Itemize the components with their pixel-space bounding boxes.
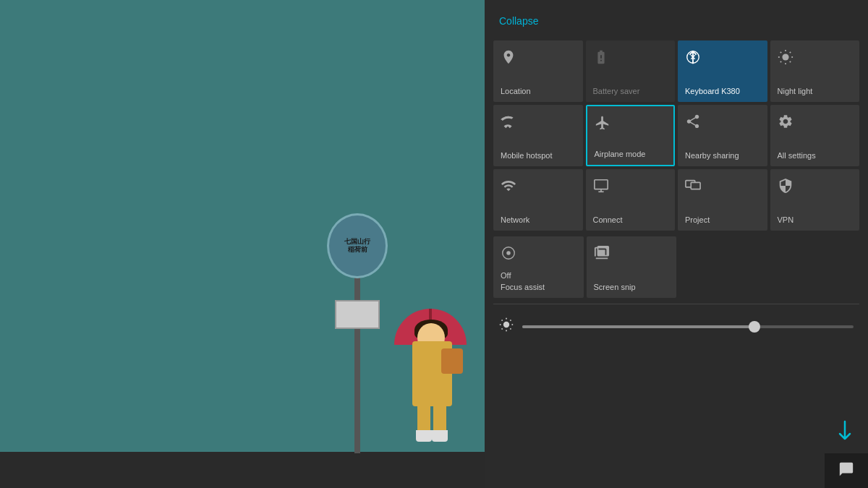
tile-mobile-hotspot[interactable]: Mobile hotspot xyxy=(493,105,583,166)
mobile-hotspot-icon xyxy=(501,114,516,134)
char-boot-right xyxy=(432,430,448,442)
night-light-icon xyxy=(778,49,793,69)
nearby-sharing-icon xyxy=(685,114,701,134)
keyboard-k380-label: Keyboard K380 xyxy=(685,86,740,96)
location-label: Location xyxy=(501,86,531,96)
svg-rect-14 xyxy=(691,182,700,189)
keyboard-k380-icon xyxy=(685,49,701,69)
char-boot-left xyxy=(416,430,432,442)
tile-night-light[interactable]: Night light xyxy=(770,40,860,102)
tile-all-settings[interactable]: All settings xyxy=(770,105,860,166)
svg-line-8 xyxy=(780,61,780,62)
network-icon xyxy=(501,178,516,198)
all-settings-label: All settings xyxy=(778,150,816,160)
scroll-down-area xyxy=(836,416,854,448)
ground xyxy=(0,452,485,488)
connect-icon xyxy=(593,178,609,198)
location-icon xyxy=(501,49,516,69)
svg-line-20 xyxy=(502,320,503,321)
tile-vpn[interactable]: VPN xyxy=(770,169,860,231)
scroll-down-arrow xyxy=(836,416,854,448)
tile-airplane-mode[interactable]: Airplane mode xyxy=(586,105,676,166)
bus-info-sign xyxy=(335,300,380,329)
tile-battery-saver[interactable]: Battery saver xyxy=(586,40,676,102)
mobile-hotspot-label: Mobile hotspot xyxy=(501,150,553,160)
focus-assist-label: Focus assist xyxy=(501,282,545,292)
char-bag xyxy=(441,348,463,374)
svg-line-4 xyxy=(780,52,780,53)
vpn-label: VPN xyxy=(778,215,794,225)
background-scene: 七国山行稲荷前 xyxy=(0,0,485,488)
bus-stop-pole xyxy=(354,251,360,453)
char-leg-right xyxy=(433,403,446,432)
character xyxy=(401,309,467,453)
tile-connect[interactable]: Connect xyxy=(586,169,676,231)
network-label: Network xyxy=(501,215,529,225)
svg-line-9 xyxy=(789,52,790,53)
airplane-mode-label: Airplane mode xyxy=(595,149,646,159)
tile-location[interactable]: Location xyxy=(493,40,583,102)
svg-line-5 xyxy=(789,61,790,62)
brightness-thumb xyxy=(749,321,760,333)
svg-line-25 xyxy=(510,320,511,321)
brightness-row xyxy=(485,304,868,348)
battery-saver-label: Battery saver xyxy=(593,86,640,96)
screen-snip-icon xyxy=(594,245,610,265)
screen-snip-label: Screen snip xyxy=(594,282,636,292)
ac-grid-bottom: Off Focus assist Screen snip xyxy=(485,236,868,304)
focus-assist-sublabel: Off xyxy=(501,270,545,281)
empty-filler xyxy=(679,236,859,298)
vpn-icon xyxy=(778,178,793,198)
bus-sign-text: 七国山行稲荷前 xyxy=(341,235,373,257)
char-legs xyxy=(414,403,451,439)
svg-rect-10 xyxy=(594,180,607,189)
svg-line-21 xyxy=(510,328,511,329)
notification-icon xyxy=(838,461,854,481)
project-icon xyxy=(685,178,701,198)
project-label: Project xyxy=(685,215,710,225)
svg-point-17 xyxy=(503,322,509,328)
brightness-slider[interactable] xyxy=(522,325,854,328)
collapse-button[interactable]: Collapse xyxy=(499,15,538,27)
connect-label: Connect xyxy=(593,215,623,225)
ac-header: Collapse xyxy=(485,0,868,35)
notification-button[interactable] xyxy=(825,453,868,488)
airplane-mode-icon xyxy=(595,115,610,135)
ac-grid-row1: Location Battery saver Keyboard K380 xyxy=(485,35,868,236)
night-light-label: Night light xyxy=(778,86,813,96)
svg-line-24 xyxy=(502,328,503,329)
tile-network[interactable]: Network xyxy=(493,169,583,231)
brightness-track xyxy=(522,325,754,328)
bus-stop-sign: 七国山行稲荷前 xyxy=(327,213,388,278)
tile-screen-snip[interactable]: Screen snip xyxy=(587,236,677,298)
tile-project[interactable]: Project xyxy=(678,169,767,231)
svg-point-1 xyxy=(782,53,788,60)
battery-saver-icon xyxy=(593,49,609,69)
tile-nearby-sharing[interactable]: Nearby sharing xyxy=(678,105,767,166)
action-center-panel: Collapse Location Battery saver xyxy=(485,0,868,488)
tile-keyboard-k380[interactable]: Keyboard K380 xyxy=(678,40,767,102)
svg-point-16 xyxy=(506,251,511,255)
all-settings-icon xyxy=(778,114,793,134)
brightness-icon xyxy=(499,317,514,335)
nearby-sharing-label: Nearby sharing xyxy=(685,150,739,160)
tile-focus-assist[interactable]: Off Focus assist xyxy=(493,236,584,298)
focus-assist-icon xyxy=(501,245,516,265)
char-leg-left xyxy=(417,403,430,432)
